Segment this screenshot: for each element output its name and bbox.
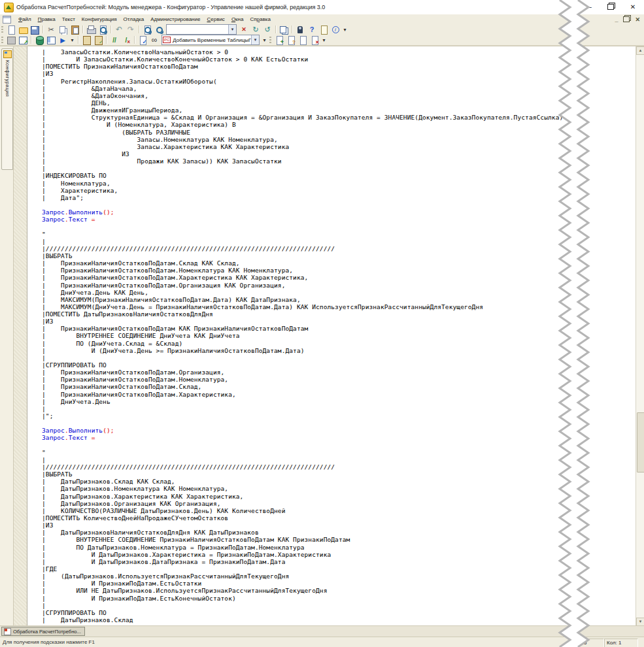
remove-comment-icon[interactable]	[121, 35, 131, 45]
new-document-icon[interactable]	[6, 25, 16, 35]
help-page-icon[interactable]	[318, 25, 329, 35]
template-new-icon[interactable]	[274, 35, 284, 45]
configuration-icon	[3, 50, 12, 58]
code-line: | И (Номенклатура, Характеристика) В	[42, 121, 563, 128]
procedures-icon[interactable]	[149, 35, 160, 45]
about-icon[interactable]	[330, 25, 341, 35]
cut-icon[interactable]	[46, 25, 56, 35]
status-column-number: Кол: 1	[604, 639, 638, 647]
procedure-marker-icon: РС	[163, 37, 171, 43]
menu-item-текст[interactable]: Текст	[59, 16, 78, 22]
search-combobox[interactable]: ▾	[166, 24, 237, 35]
toolbar-grip[interactable]	[1, 26, 3, 33]
code-line: | &ДатаОкончания,	[42, 92, 563, 99]
toolbar-grip[interactable]	[269, 37, 271, 44]
find-next-icon[interactable]	[250, 25, 261, 35]
template-question-icon[interactable]	[286, 35, 296, 45]
menu-bar: ФайлПравкаТекстКонфигурацияОтладкаАдмини…	[0, 14, 644, 25]
help-question-icon[interactable]	[307, 25, 317, 35]
vertical-scrollbar[interactable]: ▲ ▼	[636, 46, 644, 626]
menu-item-администрирование[interactable]: Администрирование	[147, 16, 203, 22]
module-icon[interactable]	[6, 35, 16, 45]
template-paste-icon[interactable]	[81, 35, 92, 45]
toolbar-overflow-icon[interactable]	[342, 25, 348, 35]
mdi-close-button[interactable]: ✕	[635, 16, 640, 23]
toolbar-separator	[82, 25, 83, 33]
restore-icon	[607, 4, 614, 10]
code-editor[interactable]: | ЗапасыОстатки.КоличествоНачальныйОстат…	[27, 46, 636, 626]
menu-item-правка[interactable]: Правка	[35, 16, 59, 22]
check-module-icon[interactable]	[137, 35, 148, 45]
save-icon[interactable]	[29, 25, 40, 35]
configuration-panel-tab[interactable]: Конфигурация	[1, 48, 13, 170]
toolbar-overflow-icon[interactable]	[69, 35, 75, 45]
code-line: | ПризнакиНаличияОстатковПоДатам.Характе…	[42, 391, 563, 398]
menu-item-конфигурация[interactable]: Конфигурация	[78, 16, 120, 22]
chevron-down-icon[interactable]: ▾	[251, 35, 259, 44]
mdi-system-menu-icon[interactable]	[3, 16, 11, 24]
clear-search-icon[interactable]	[239, 25, 249, 35]
menu-item-справка[interactable]: Справка	[246, 16, 273, 22]
menu-item-сервис[interactable]: Сервис	[203, 16, 228, 22]
toolbar-separator	[78, 36, 78, 44]
close-button[interactable]: ✕	[624, 0, 642, 14]
app-icon	[4, 3, 14, 12]
form-editor-icon[interactable]	[46, 35, 56, 45]
template-copy-icon[interactable]	[93, 35, 103, 45]
code-line: | КОЛИЧЕСТВО(РАЗЛИЧНЫЕ ДатыПризнаков.Ден…	[42, 507, 563, 514]
code-line: | И ЗапасыОстатки.КоличествоКонечныйОста…	[42, 56, 563, 63]
template-delete-icon[interactable]	[309, 35, 320, 45]
zoom-icon[interactable]	[154, 25, 164, 35]
code-line: | ПризнакиНаличияОстатковПоДатам.Организ…	[42, 282, 563, 289]
print-preview-icon[interactable]	[97, 25, 108, 35]
redo-icon[interactable]	[126, 25, 136, 35]
mdi-restore-button[interactable]	[623, 16, 630, 23]
code-line: |	[42, 602, 563, 609]
syntax-check-icon[interactable]	[295, 25, 305, 35]
configuration-tab-label: Конфигурация	[5, 60, 10, 97]
code-line	[42, 420, 563, 427]
chevron-down-icon[interactable]: ▾	[228, 25, 236, 34]
code-line: |ВЫБРАТЬ	[42, 252, 563, 259]
restore-button[interactable]	[603, 0, 619, 14]
minimize-button[interactable]: –	[582, 0, 598, 14]
code-line: |	[42, 405, 563, 412]
code-line: |ИЗ	[42, 522, 563, 529]
menu-item-отладка[interactable]: Отладка	[120, 16, 148, 22]
print-icon[interactable]	[86, 25, 96, 35]
template-open-icon[interactable]	[297, 35, 308, 45]
code-line: | МАКСИМУМ(ПризнакиНаличияОстатковПоДата…	[42, 296, 563, 303]
module-open-icon[interactable]	[18, 35, 28, 45]
new-window-icon[interactable]	[279, 25, 289, 35]
code-line: | ПризнакиНаличияОстатковПоДатам.Склад,	[42, 383, 563, 390]
run-debug-icon[interactable]	[58, 35, 68, 45]
open-icon[interactable]	[18, 25, 28, 35]
mdi-window-tab[interactable]: Обработка РасчетПотребно...	[1, 627, 85, 636]
code-line: Запрос.Выполнить();	[42, 427, 563, 434]
toolbar-overflow-icon[interactable]	[262, 35, 267, 45]
scrollbar-thumb[interactable]	[637, 412, 644, 473]
find-icon[interactable]	[142, 25, 152, 35]
scroll-up-icon[interactable]: ▲	[636, 46, 644, 55]
code-line: | ПО ДатыПризнаков.Номенклатура = Призна…	[42, 544, 563, 551]
toolbar-overflow-icon[interactable]	[321, 35, 327, 45]
paste-icon[interactable]	[69, 25, 80, 35]
code-line: | Дата";	[42, 194, 563, 201]
toolbar-separator	[42, 25, 43, 33]
code-line: |	[42, 165, 563, 172]
undo-icon[interactable]	[114, 25, 124, 35]
code-line: |///////////////////////////////////////…	[42, 463, 563, 471]
toolbar-separator	[134, 36, 135, 44]
code-line: | ПризнакиНаличияОстатковПоДатам.Склад К…	[42, 259, 563, 267]
menu-item-файл[interactable]: Файл	[15, 16, 35, 22]
find-prev-icon[interactable]	[262, 25, 273, 35]
procedure-combobox[interactable]: РСДобавить Временные ТаблицыГ▾	[161, 35, 260, 45]
code-line: | ДатыПризнаков.Номенклатура КАК Номенкл…	[42, 485, 563, 492]
toolbar-grip[interactable]	[1, 37, 3, 44]
menu-item-окна[interactable]: Окна	[228, 16, 247, 22]
mdi-minimize-button[interactable]: _	[615, 16, 618, 23]
update-db-icon[interactable]	[34, 35, 44, 45]
copy-icon[interactable]	[58, 25, 68, 35]
add-comment-icon[interactable]	[109, 35, 120, 45]
standard-toolbar: ▾	[0, 24, 644, 35]
